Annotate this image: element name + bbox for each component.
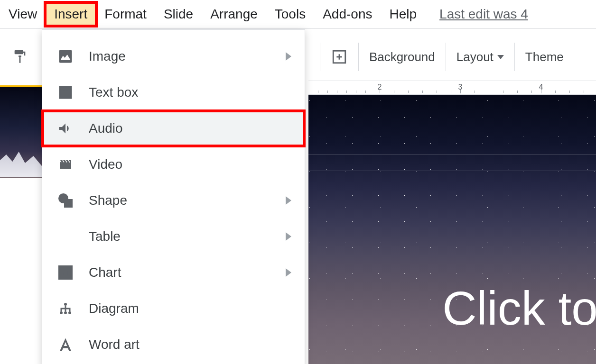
insert-shape-label: Shape — [89, 193, 127, 208]
menu-slide[interactable]: Slide — [155, 3, 202, 26]
chevron-right-icon — [286, 52, 291, 61]
slide-thumbnail-1[interactable] — [0, 85, 42, 204]
shape-icon — [56, 191, 75, 210]
background-label: Background — [369, 50, 435, 64]
chevron-right-icon — [286, 196, 291, 205]
thumbnail-image — [0, 149, 42, 177]
menubar: View Insert Format Slide Arrange Tools A… — [0, 0, 596, 28]
layout-button[interactable]: Layout — [446, 43, 514, 71]
svg-point-8 — [60, 311, 63, 314]
plus-box-icon — [331, 48, 348, 65]
menu-tools[interactable]: Tools — [266, 3, 314, 26]
insert-wordart-label: Word art — [89, 337, 140, 352]
horizontal-ruler: 2 3 4 — [308, 81, 596, 95]
new-slide-button[interactable] — [320, 43, 358, 71]
menu-view[interactable]: View — [0, 3, 46, 26]
layout-label: Layout — [456, 50, 494, 64]
video-icon — [56, 155, 75, 174]
image-icon — [56, 46, 75, 66]
background-button[interactable]: Background — [358, 43, 446, 71]
insert-audio[interactable]: Audio — [42, 110, 305, 146]
diagram-icon — [56, 299, 75, 318]
insert-diagram-label: Diagram — [89, 301, 139, 316]
svg-point-10 — [68, 311, 71, 314]
theme-button[interactable]: Theme — [514, 43, 574, 71]
chevron-right-icon — [286, 232, 291, 241]
menu-arrange[interactable]: Arrange — [202, 3, 266, 26]
chevron-right-icon — [286, 268, 291, 277]
menu-addons[interactable]: Add-ons — [314, 3, 381, 26]
insert-chart[interactable]: Chart — [42, 255, 305, 291]
insert-diagram[interactable]: Diagram — [42, 291, 305, 327]
insert-chart-label: Chart — [89, 265, 121, 280]
insert-dropdown: Image Text box Audio Video Shape Table — [42, 29, 305, 364]
menu-format[interactable]: Format — [96, 3, 155, 26]
slide-canvas[interactable]: Click to — [308, 95, 596, 364]
paint-format-button[interactable] — [0, 43, 40, 71]
title-placeholder[interactable]: Click to — [442, 281, 596, 336]
insert-table[interactable]: Table — [42, 218, 305, 255]
insert-video[interactable]: Video — [42, 146, 305, 182]
insert-video-label: Video — [89, 157, 122, 172]
svg-point-7 — [64, 303, 67, 306]
textbox-icon — [56, 82, 75, 102]
audio-icon — [56, 118, 75, 138]
chevron-down-icon — [497, 55, 504, 59]
insert-textbox[interactable]: Text box — [42, 74, 305, 110]
theme-label: Theme — [525, 50, 564, 64]
insert-table-label: Table — [89, 229, 121, 244]
last-edit-link[interactable]: Last edit was 4 — [439, 7, 528, 22]
insert-shape[interactable]: Shape — [42, 182, 305, 218]
insert-textbox-label: Text box — [89, 85, 138, 100]
menu-insert[interactable]: Insert — [46, 3, 96, 26]
chart-icon — [56, 263, 75, 282]
canvas-guide-2 — [308, 171, 596, 171]
paint-roller-icon — [11, 48, 28, 65]
canvas-guide-1 — [308, 154, 596, 155]
svg-rect-5 — [65, 200, 72, 207]
menu-help[interactable]: Help — [381, 3, 425, 26]
insert-audio-label: Audio — [89, 121, 123, 136]
insert-wordart[interactable]: Word art — [42, 327, 305, 363]
svg-point-9 — [64, 311, 67, 314]
menubar-divider — [0, 28, 596, 29]
wordart-icon — [56, 335, 75, 355]
insert-image-label: Image — [89, 49, 126, 64]
slide-thumbnail-panel — [0, 81, 42, 364]
insert-image[interactable]: Image — [42, 38, 305, 74]
